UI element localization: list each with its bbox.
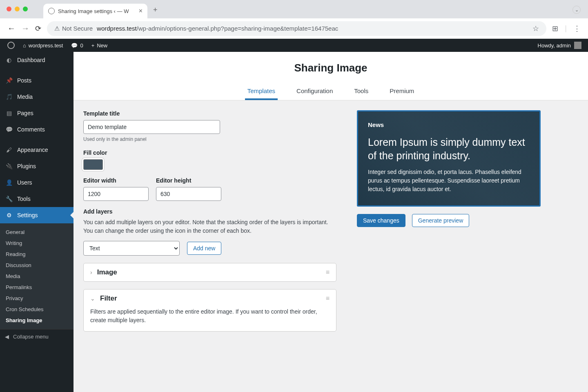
plug-icon: 🔌 xyxy=(5,162,13,170)
sidebar-item-appearance[interactable]: 🖌Appearance xyxy=(0,142,74,158)
submenu-media[interactable]: Media xyxy=(0,271,74,282)
settings-submenu: General Writing Reading Discussion Media… xyxy=(0,223,74,329)
tab-premium[interactable]: Premium xyxy=(387,83,416,100)
editor-width-input[interactable] xyxy=(83,187,149,201)
tabs: Templates Configuration Tools Premium xyxy=(74,83,588,100)
preview-body: Integer sed dignissim odio, et porta lac… xyxy=(368,168,530,194)
brush-icon: 🖌 xyxy=(5,146,13,154)
page-icon: ▤ xyxy=(5,109,13,117)
browser-tab-bar: Sharing Image settings ‹ — W × + ⌄ xyxy=(0,0,588,18)
layer-image-header[interactable]: › Image ≡ xyxy=(84,263,336,281)
new-tab-button[interactable]: + xyxy=(153,6,158,14)
sidebar-item-tools[interactable]: 🔧Tools xyxy=(0,191,74,207)
wrench-icon: 🔧 xyxy=(5,195,13,203)
submenu-discussion[interactable]: Discussion xyxy=(0,260,74,271)
drag-handle-icon[interactable]: ≡ xyxy=(326,295,330,302)
sidebar-item-media[interactable]: 🎵Media xyxy=(0,89,74,105)
comment-icon: 💬 xyxy=(71,42,78,49)
editor-height-label: Editor height xyxy=(156,177,221,184)
user-icon: 👤 xyxy=(5,178,13,187)
comment-icon: 💬 xyxy=(5,125,13,134)
media-icon: 🎵 xyxy=(5,93,13,101)
security-indicator[interactable]: ⚠ Not Secure xyxy=(54,25,93,32)
editor-width-label: Editor width xyxy=(83,177,149,184)
forward-button[interactable]: → xyxy=(21,24,29,33)
page-header: Sharing Image Templates Configuration To… xyxy=(74,52,588,100)
preview-category: News xyxy=(368,121,530,128)
tab-tools[interactable]: Tools xyxy=(352,83,371,100)
user-menu[interactable]: Howdy, admin xyxy=(538,42,585,49)
submenu-general[interactable]: General xyxy=(0,227,74,238)
sidebar-item-settings[interactable]: ⚙Settings xyxy=(0,207,74,223)
tab-configuration[interactable]: Configuration xyxy=(294,83,335,100)
collapse-icon: ◀ xyxy=(5,334,9,340)
submenu-sharing-image[interactable]: Sharing Image xyxy=(0,315,74,326)
submenu-privacy[interactable]: Privacy xyxy=(0,293,74,304)
avatar xyxy=(574,42,581,49)
template-title-label: Template title xyxy=(83,110,336,117)
maximize-window[interactable] xyxy=(23,7,28,11)
browser-tab[interactable]: Sharing Image settings ‹ — W × xyxy=(43,4,147,18)
home-icon: ⌂ xyxy=(23,42,26,49)
editor-height-input[interactable] xyxy=(156,187,221,201)
chevron-right-icon: › xyxy=(90,269,92,276)
template-title-input[interactable] xyxy=(83,120,220,134)
sidebar-item-pages[interactable]: ▤Pages xyxy=(0,105,74,121)
plus-icon: + xyxy=(91,42,95,49)
new-content[interactable]: + New xyxy=(87,39,112,52)
url-domain: wordpress.test xyxy=(97,25,137,32)
layer-filter-header[interactable]: ⌄ Filter ≡ xyxy=(84,290,336,307)
layer-filter: ⌄ Filter ≡ Filters are applied sequentia… xyxy=(83,289,336,332)
sidebar-item-dashboard[interactable]: ◐Dashboard xyxy=(0,52,74,68)
chevron-down-icon: ⌄ xyxy=(90,295,95,302)
content-area: Sharing Image Templates Configuration To… xyxy=(74,52,588,392)
browser-toolbar: ← → ⟳ ⚠ Not Secure wordpress.test/wp-adm… xyxy=(0,18,588,39)
minimize-window[interactable] xyxy=(15,7,20,11)
browser-menu-icon[interactable]: ⋮ xyxy=(573,24,581,33)
tab-title: Sharing Image settings ‹ — W xyxy=(58,8,129,14)
page-title: Sharing Image xyxy=(74,62,588,74)
warning-icon: ⚠ xyxy=(54,25,60,32)
tabs-dropdown-icon[interactable]: ⌄ xyxy=(572,6,581,14)
submenu-reading[interactable]: Reading xyxy=(0,249,74,260)
drag-handle-icon[interactable]: ≡ xyxy=(326,269,330,276)
url-path: /wp-admin/options-general.php?page=shari… xyxy=(137,25,339,32)
wp-admin-bar: ⌂ wordpress.test 💬 0 + New Howdy, admin xyxy=(0,39,588,52)
layer-image: › Image ≡ xyxy=(83,263,336,282)
template-title-help: Used only in the admin panel xyxy=(83,136,336,142)
wp-logo[interactable] xyxy=(3,39,19,52)
submenu-cron[interactable]: Cron Schedules xyxy=(0,304,74,315)
add-layers-label: Add layers xyxy=(83,208,336,215)
fill-color-label: Fill color xyxy=(83,149,336,156)
close-window[interactable] xyxy=(7,7,11,11)
reload-button[interactable]: ⟳ xyxy=(35,24,41,33)
sliders-icon: ⚙ xyxy=(5,211,13,219)
admin-sidebar: ◐Dashboard 📌Posts 🎵Media ▤Pages 💬Comment… xyxy=(0,52,74,392)
bookmark-icon[interactable]: ☆ xyxy=(532,24,539,33)
window-controls xyxy=(7,7,28,11)
fill-color-swatch[interactable] xyxy=(83,159,103,170)
layer-filter-desc: Filters are applied sequentially to the … xyxy=(84,307,336,331)
extensions-icon[interactable]: ⊞ xyxy=(552,24,558,33)
add-new-button[interactable]: Add new xyxy=(187,242,221,255)
globe-icon xyxy=(48,8,55,14)
close-tab-icon[interactable]: × xyxy=(139,7,143,15)
add-layers-desc: You can add multiple layers on your edit… xyxy=(83,218,336,235)
sidebar-item-plugins[interactable]: 🔌Plugins xyxy=(0,158,74,174)
address-bar[interactable]: ⚠ Not Secure wordpress.test/wp-admin/opt… xyxy=(47,21,546,36)
site-link[interactable]: ⌂ wordpress.test xyxy=(19,39,67,52)
sidebar-item-users[interactable]: 👤Users xyxy=(0,174,74,191)
dashboard-icon: ◐ xyxy=(5,56,13,64)
comments-link[interactable]: 💬 0 xyxy=(67,39,87,52)
submenu-writing[interactable]: Writing xyxy=(0,238,74,249)
sidebar-item-comments[interactable]: 💬Comments xyxy=(0,121,74,138)
save-changes-button[interactable]: Save changes xyxy=(357,214,405,227)
submenu-permalinks[interactable]: Permalinks xyxy=(0,282,74,293)
sidebar-item-posts[interactable]: 📌Posts xyxy=(0,72,74,89)
layer-type-select[interactable]: Text xyxy=(83,241,180,256)
tab-templates[interactable]: Templates xyxy=(245,83,278,100)
collapse-menu[interactable]: ◀ Collapse menu xyxy=(0,329,74,344)
generate-preview-button[interactable]: Generate preview xyxy=(412,214,470,227)
back-button[interactable]: ← xyxy=(7,24,16,33)
preview-heading: Lorem Ipsum is simply dummy text of the … xyxy=(368,136,530,162)
